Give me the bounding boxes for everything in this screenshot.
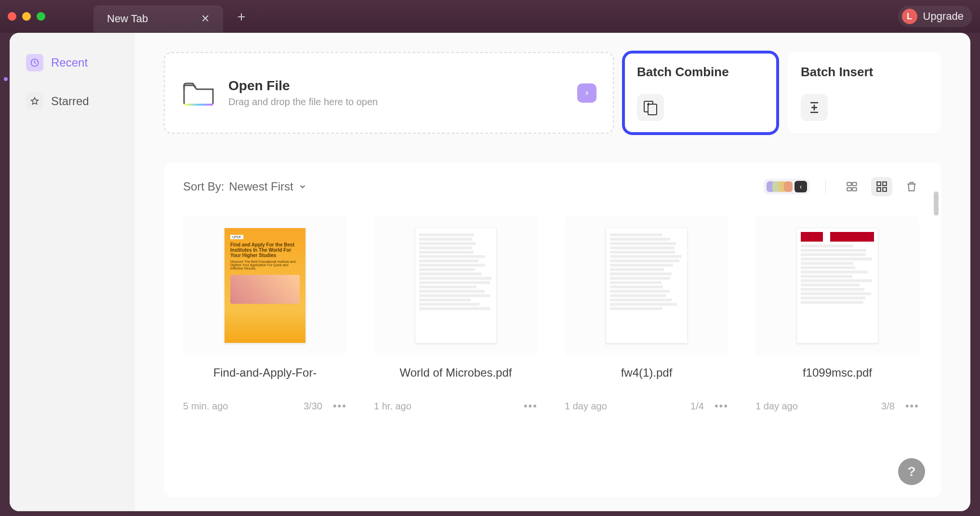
new-tab-button[interactable]: ＋ [232,7,251,26]
file-card[interactable]: f1099msc.pdf1 day ago3/8••• [755,216,919,412]
app-window: Recent Starred Open File [10,33,970,511]
folder-icon [181,79,216,108]
svg-rect-3 [648,104,657,115]
file-name: f1099msc.pdf [755,366,919,395]
file-more-button[interactable]: ••• [905,400,919,412]
svg-rect-10 [877,188,881,191]
avatar: L [902,9,917,24]
file-pages: 1/4 [690,401,704,412]
svg-rect-1 [184,104,213,106]
upgrade-label: Upgrade [923,10,964,23]
file-pages: 3/30 [304,401,322,412]
file-thumbnail [565,216,728,355]
file-card[interactable]: fw4(1).pdf1 day ago1/4••• [565,216,728,412]
open-file-title: Open File [228,78,378,94]
upgrade-pill[interactable]: L Upgrade [898,6,972,27]
window-close-button[interactable] [8,12,16,21]
browser-tab[interactable]: New Tab ✕ [93,5,223,32]
scrollbar[interactable] [934,191,939,216]
batch-combine-title: Batch Combine [637,65,764,80]
sidebar-label: Recent [51,56,88,69]
color-filter-button[interactable]: ‹ [764,179,810,194]
view-grid-button[interactable] [871,177,892,196]
controls-row: Sort By: Newest First ‹ [183,177,922,196]
clock-icon [26,54,43,71]
svg-rect-4 [847,182,851,186]
file-more-button[interactable]: ••• [333,400,347,412]
traffic-lights [8,12,45,21]
file-time: 5 min. ago [183,401,228,412]
tab-label: New Tab [107,13,148,25]
svg-rect-8 [877,182,881,186]
batch-combine-card[interactable]: Batch Combine [623,52,778,134]
divider [825,180,826,193]
svg-rect-6 [847,188,851,191]
file-more-button[interactable]: ••• [715,400,728,412]
open-file-chevron-button[interactable] [577,83,596,103]
sidebar-item-recent[interactable]: Recent [17,47,127,78]
file-name: World of Microbes.pdf [374,366,538,395]
sidebar-item-starred[interactable]: Starred [17,86,127,117]
svg-rect-7 [852,188,857,191]
sort-value: Newest First [229,180,293,193]
action-row: Open File Drag and drop the file here to… [164,52,941,134]
batch-insert-title: Batch Insert [801,65,928,80]
main-area: Open File Drag and drop the file here to… [135,33,970,511]
chevron-left-icon: ‹ [795,181,807,192]
file-pages: 3/8 [881,401,895,412]
combine-icon [637,94,664,121]
color-swatch [784,181,793,192]
close-tab-icon[interactable]: ✕ [201,13,210,25]
svg-rect-9 [883,182,887,186]
file-name: Find-and-Apply-For- [183,366,347,395]
file-grid: UPDFFind and Apply For the BestInstitute… [183,216,922,412]
file-card[interactable]: World of Microbes.pdf1 hr. ago••• [374,216,538,412]
window-minimize-button[interactable] [22,12,31,21]
chevron-down-icon [298,182,307,191]
sidebar: Recent Starred [10,33,135,511]
file-thumbnail: UPDFFind and Apply For the BestInstitute… [183,216,347,355]
titlebar: New Tab ✕ ＋ L Upgrade [0,0,980,33]
open-file-card[interactable]: Open File Drag and drop the file here to… [164,52,614,134]
sort-prefix: Sort By: [183,180,224,193]
help-button[interactable]: ? [898,458,925,485]
svg-rect-5 [852,182,857,186]
sidebar-label: Starred [51,95,89,108]
open-file-subtitle: Drag and drop the file here to open [228,96,378,108]
view-list-button[interactable] [841,177,862,196]
accent-dot [4,77,8,81]
file-time: 1 day ago [565,401,607,412]
file-thumbnail [374,216,538,355]
file-card[interactable]: UPDFFind and Apply For the BestInstitute… [183,216,347,412]
sort-button[interactable]: Sort By: Newest First [183,180,307,193]
file-name: fw4(1).pdf [565,366,728,395]
window-maximize-button[interactable] [37,12,45,21]
file-time: 1 hr. ago [374,401,411,412]
file-more-button[interactable]: ••• [524,400,538,412]
svg-rect-11 [883,188,887,191]
star-icon [26,93,43,110]
file-thumbnail [755,216,919,355]
trash-button[interactable] [901,177,922,196]
insert-icon [801,94,828,121]
batch-insert-card[interactable]: Batch Insert [787,52,941,134]
content-area: Sort By: Newest First ‹ [164,163,941,497]
file-time: 1 day ago [755,401,798,412]
